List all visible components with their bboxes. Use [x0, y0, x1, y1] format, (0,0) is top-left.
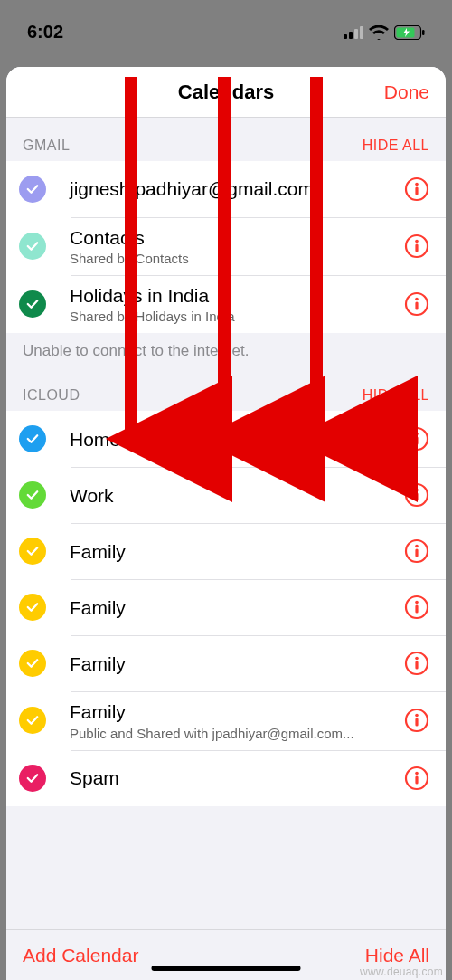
calendar-title: Contacts: [70, 226, 404, 249]
calendar-text: Contacts Shared by Contacts: [70, 226, 404, 266]
svg-point-17: [415, 433, 419, 436]
svg-rect-6: [422, 30, 425, 35]
signal-icon: [344, 26, 363, 39]
sheet-header: Calendars Done: [6, 67, 446, 118]
calendar-title: Family: [70, 596, 404, 619]
svg-rect-21: [415, 493, 418, 501]
calendar-checkmark[interactable]: [19, 290, 46, 318]
calendar-row[interactable]: Family: [6, 523, 446, 579]
svg-point-20: [415, 489, 419, 492]
calendar-row[interactable]: Family: [6, 635, 446, 691]
calendar-checkmark[interactable]: [19, 765, 46, 792]
calendar-title: Family: [70, 652, 404, 675]
svg-rect-15: [415, 302, 418, 310]
sheet-title: Calendars: [178, 81, 274, 104]
svg-point-35: [415, 771, 419, 775]
section-label: GMAIL: [23, 138, 70, 154]
calendar-title: Work: [70, 484, 404, 507]
info-icon[interactable]: [404, 176, 429, 202]
section-rows: jignesh.padhiyar@gmail.com Contacts Shar…: [6, 161, 446, 333]
info-icon[interactable]: [404, 595, 429, 620]
svg-point-8: [415, 183, 419, 186]
calendar-text: Spam: [70, 766, 404, 789]
svg-rect-36: [415, 775, 418, 784]
svg-rect-3: [360, 26, 363, 39]
svg-point-11: [415, 240, 419, 243]
watermark: www.deuaq.com: [360, 966, 443, 978]
info-icon[interactable]: [404, 766, 429, 791]
calendar-row[interactable]: Work: [6, 467, 446, 523]
section-header-gmail: GMAIL HIDE ALL: [6, 118, 446, 161]
calendar-subtitle: Public and Shared with jpadhiyar@gmail.c…: [70, 726, 404, 741]
sheet-body: GMAIL HIDE ALL jignesh.padhiyar@gmail.co…: [6, 118, 446, 929]
svg-rect-2: [354, 29, 358, 39]
calendar-row[interactable]: Family Public and Shared with jpadhiyar@…: [6, 691, 446, 749]
svg-point-29: [415, 657, 419, 661]
calendar-checkmark[interactable]: [19, 650, 46, 677]
svg-rect-1: [349, 32, 353, 39]
section-rows: Home Work Family Family: [6, 411, 446, 805]
info-icon[interactable]: [404, 291, 429, 317]
calendar-checkmark[interactable]: [19, 594, 46, 621]
calendar-subtitle: Shared by Contacts: [70, 251, 404, 266]
calendar-title: Spam: [70, 766, 404, 789]
svg-rect-30: [415, 661, 418, 670]
done-button[interactable]: Done: [384, 81, 429, 103]
connection-note: Unable to connect to the internet.: [6, 333, 446, 367]
calendar-text: Family: [70, 652, 404, 675]
section-label: ICLOUD: [23, 387, 80, 404]
info-icon[interactable]: [404, 233, 429, 259]
svg-rect-33: [415, 718, 418, 727]
svg-point-14: [415, 298, 419, 301]
calendar-text: Family: [70, 540, 404, 563]
svg-rect-24: [415, 549, 418, 557]
svg-rect-9: [415, 187, 418, 195]
section-header-icloud: ICLOUD HIDE ALL: [6, 367, 446, 411]
svg-rect-12: [415, 244, 418, 252]
calendar-text: Work: [70, 484, 404, 507]
info-icon[interactable]: [404, 426, 429, 452]
svg-rect-27: [415, 605, 418, 614]
calendar-text: Home: [70, 428, 404, 451]
calendar-text: Family Public and Shared with jpadhiyar@…: [70, 700, 404, 740]
wifi-icon: [369, 25, 389, 40]
calendar-row[interactable]: Spam: [6, 750, 446, 806]
calendar-checkmark[interactable]: [19, 707, 46, 734]
hide-all-button[interactable]: Hide All: [365, 945, 429, 966]
section-hide-all[interactable]: HIDE ALL: [363, 138, 429, 154]
svg-rect-18: [415, 437, 418, 445]
info-icon[interactable]: [404, 482, 429, 508]
section-hide-all[interactable]: HIDE ALL: [363, 387, 429, 404]
calendar-row[interactable]: jignesh.padhiyar@gmail.com: [6, 161, 446, 217]
calendar-row[interactable]: Home: [6, 411, 446, 467]
calendar-row[interactable]: Family: [6, 579, 446, 635]
calendar-title: Home: [70, 428, 404, 451]
info-icon[interactable]: [404, 651, 429, 676]
calendar-row[interactable]: Holidays in India Shared by Holidays in …: [6, 275, 446, 333]
calendar-checkmark[interactable]: [19, 481, 46, 509]
calendars-sheet: Calendars Done GMAIL HIDE ALL jignesh.pa…: [6, 67, 446, 980]
info-icon[interactable]: [404, 538, 429, 564]
status-icons: [344, 25, 425, 40]
battery-icon: [394, 25, 425, 40]
calendar-row[interactable]: Contacts Shared by Contacts: [6, 217, 446, 275]
calendar-checkmark[interactable]: [19, 176, 46, 203]
svg-point-23: [415, 545, 419, 548]
info-icon[interactable]: [404, 708, 429, 733]
calendar-subtitle: Shared by Holidays in India: [70, 309, 404, 324]
svg-rect-0: [344, 34, 347, 39]
calendar-text: Family: [70, 596, 404, 619]
calendar-text: jignesh.padhiyar@gmail.com: [70, 177, 404, 200]
calendar-text: Holidays in India Shared by Holidays in …: [70, 284, 404, 324]
svg-point-32: [415, 714, 419, 718]
calendar-checkmark[interactable]: [19, 233, 46, 260]
home-indicator: [152, 966, 301, 971]
calendar-checkmark[interactable]: [19, 425, 46, 452]
calendar-title: Holidays in India: [70, 284, 404, 307]
calendar-checkmark[interactable]: [19, 538, 46, 565]
add-calendar-button[interactable]: Add Calendar: [23, 945, 138, 966]
svg-point-26: [415, 601, 419, 604]
status-time: 6:02: [27, 22, 63, 43]
calendar-title: jignesh.padhiyar@gmail.com: [70, 177, 404, 200]
calendar-title: Family: [70, 540, 404, 563]
